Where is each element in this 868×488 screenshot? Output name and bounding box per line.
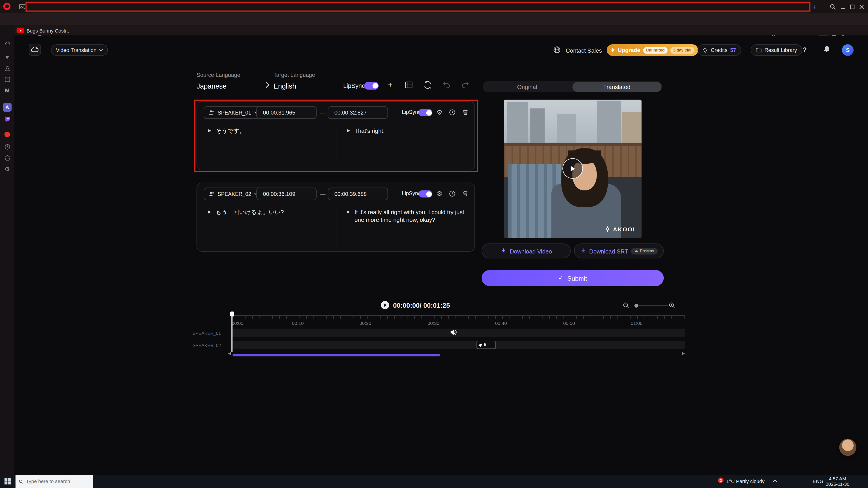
a-app-icon[interactable]: A bbox=[3, 103, 11, 112]
play-target-icon[interactable]: ▶ bbox=[347, 209, 350, 215]
speaker-name: SPEAKER_01 bbox=[217, 109, 251, 116]
segment-delete-trash-icon[interactable] bbox=[461, 190, 469, 197]
zoom-out-icon[interactable] bbox=[623, 302, 629, 308]
search-input[interactable] bbox=[26, 479, 90, 484]
undo-button[interactable] bbox=[442, 81, 451, 89]
tab-search-icon[interactable] bbox=[828, 2, 837, 11]
tick-label: 00:00 bbox=[232, 320, 243, 326]
user-avatar[interactable]: S bbox=[842, 44, 854, 56]
akool-app-logo[interactable] bbox=[29, 43, 41, 56]
help-button[interactable]: ? bbox=[803, 46, 807, 54]
taskbar-search-box[interactable] bbox=[16, 475, 93, 488]
play-source-icon[interactable]: ▶ bbox=[208, 209, 211, 215]
zoom-slider-track[interactable] bbox=[638, 305, 668, 306]
window-minimize-button[interactable] bbox=[838, 2, 847, 11]
segment-settings-gear-icon[interactable]: ⚙ bbox=[436, 190, 443, 197]
clock-widget[interactable]: 4:57 AM 2025-11-30 bbox=[825, 476, 850, 487]
audio-clip[interactable]: If ... bbox=[477, 341, 495, 349]
clip-label: If ... bbox=[484, 343, 491, 348]
tray-expand-chevron-icon[interactable] bbox=[773, 480, 777, 482]
start-time-input[interactable]: 00:00:36.109 bbox=[256, 188, 317, 200]
source-text[interactable]: そうです。 bbox=[216, 127, 245, 135]
end-time-input[interactable]: 00:00:39.688 bbox=[328, 188, 388, 200]
segment-lipsync-toggle[interactable] bbox=[418, 109, 432, 116]
zoom-in-icon[interactable] bbox=[669, 302, 675, 308]
flow-icon[interactable] bbox=[3, 64, 11, 72]
source-text-block[interactable]: ▶ もう一回いけるよ。いい? bbox=[208, 208, 330, 216]
segment-duration-clock-icon[interactable] bbox=[448, 190, 456, 197]
credits-button[interactable]: Credits 57 bbox=[698, 44, 741, 56]
window-maximize-button[interactable] bbox=[847, 2, 856, 11]
scroll-left-arrow[interactable] bbox=[228, 352, 231, 355]
timeline-time-display: 00:00:00/ 00:01:25 bbox=[393, 302, 450, 309]
settings-gear-icon[interactable]: ⚙ bbox=[3, 165, 11, 173]
notifications-bell-icon[interactable] bbox=[823, 45, 831, 53]
target-language-label: Target Language bbox=[274, 72, 315, 78]
red-dot-app-icon[interactable] bbox=[3, 131, 11, 138]
result-library-button[interactable]: Result Library bbox=[751, 44, 802, 56]
clock-time: 4:57 AM bbox=[825, 476, 850, 481]
end-time-input[interactable]: 00:00:32.827 bbox=[328, 106, 388, 119]
segment-settings-gear-icon[interactable]: ⚙ bbox=[436, 108, 443, 116]
start-button[interactable] bbox=[4, 478, 11, 485]
workspace-icon[interactable] bbox=[19, 3, 25, 10]
pinboard-icon[interactable] bbox=[3, 75, 11, 83]
target-text[interactable]: If it's really all right with you, I cou… bbox=[354, 208, 465, 224]
transcript-table-button[interactable] bbox=[405, 81, 413, 89]
lipsync-toggle[interactable] bbox=[364, 82, 379, 90]
target-text[interactable]: That's right. bbox=[354, 127, 385, 135]
source-text-block[interactable]: ▶ そうです。 bbox=[208, 127, 330, 135]
upgrade-button[interactable]: Upgrade Unlimited 3-day trial bbox=[607, 44, 698, 56]
zoom-slider-handle[interactable] bbox=[634, 303, 638, 307]
target-text-block[interactable]: ▶ That's right. bbox=[347, 127, 466, 135]
mods-icon[interactable] bbox=[3, 154, 11, 162]
clip-speaker-icon[interactable] bbox=[450, 329, 457, 335]
target-language-value[interactable]: English bbox=[274, 83, 296, 90]
download-srt-button[interactable]: Download SRT ProMax bbox=[574, 243, 664, 258]
speaker-select-1[interactable]: SPEAKER_01 bbox=[204, 106, 264, 119]
scroll-right-arrow[interactable] bbox=[682, 352, 685, 355]
sync-icon[interactable] bbox=[3, 41, 11, 48]
playhead-line[interactable] bbox=[231, 313, 232, 352]
tab-original[interactable]: Original bbox=[483, 81, 572, 92]
opera-logo-icon[interactable] bbox=[3, 3, 11, 10]
language-indicator[interactable]: ENG bbox=[813, 479, 824, 484]
timeline-scrollbar-thumb[interactable] bbox=[232, 354, 440, 356]
akool-watermark: AKOOL bbox=[604, 226, 637, 232]
source-text[interactable]: もう一回いけるよ。いい? bbox=[216, 208, 284, 216]
video-preview[interactable]: AKOOL bbox=[504, 100, 642, 238]
retranslate-button[interactable] bbox=[423, 81, 432, 89]
weather-widget[interactable]: 1°C Partly cloudy bbox=[726, 479, 765, 484]
messenger-m-icon[interactable]: M bbox=[3, 86, 11, 94]
redo-button[interactable] bbox=[461, 81, 469, 89]
tab-translated[interactable]: Translated bbox=[572, 82, 661, 92]
support-chat-avatar[interactable] bbox=[839, 439, 857, 456]
segment-duration-clock-icon[interactable] bbox=[448, 108, 456, 116]
play-target-icon[interactable]: ▶ bbox=[347, 128, 350, 133]
window-close-button[interactable] bbox=[857, 2, 866, 11]
timeline-ruler[interactable]: 00:00 00:10 00:20 00:30 00:40 00:50 01:0… bbox=[232, 315, 685, 326]
app-menu-video-translation[interactable]: Video Translation bbox=[51, 44, 108, 56]
start-time-input[interactable]: 00:00:31.965 bbox=[256, 106, 317, 119]
timeline-play-button[interactable] bbox=[381, 301, 389, 309]
bookmark-item[interactable]: Bugs Bunny Costr... bbox=[27, 28, 71, 33]
segment-lipsync-toggle[interactable] bbox=[418, 190, 432, 197]
language-globe-icon[interactable] bbox=[553, 46, 561, 54]
speaker-select-2[interactable]: SPEAKER_02 bbox=[204, 188, 264, 200]
download-srt-label: Download SRT bbox=[589, 248, 628, 254]
video-play-button[interactable] bbox=[562, 158, 583, 179]
contact-sales-link[interactable]: Contact Sales bbox=[566, 47, 602, 54]
new-tab-button[interactable]: + bbox=[810, 2, 819, 11]
source-language-value[interactable]: Japanese bbox=[196, 83, 226, 90]
history-clock-icon[interactable] bbox=[3, 143, 11, 151]
track-speaker-1[interactable] bbox=[232, 329, 685, 337]
track-speaker-2[interactable]: If ... bbox=[232, 341, 685, 349]
twitch-icon[interactable] bbox=[3, 115, 11, 123]
download-video-button[interactable]: Download Video bbox=[482, 243, 571, 258]
segment-delete-trash-icon[interactable] bbox=[461, 108, 469, 116]
submit-button[interactable]: ✓ Submit bbox=[482, 270, 664, 286]
target-text-block[interactable]: ▶ If it's really all right with you, I c… bbox=[347, 208, 465, 224]
add-segment-button[interactable]: + bbox=[385, 80, 395, 90]
play-source-icon[interactable]: ▶ bbox=[208, 128, 211, 133]
gx-booster-heart-icon[interactable]: ♥ bbox=[3, 53, 11, 61]
